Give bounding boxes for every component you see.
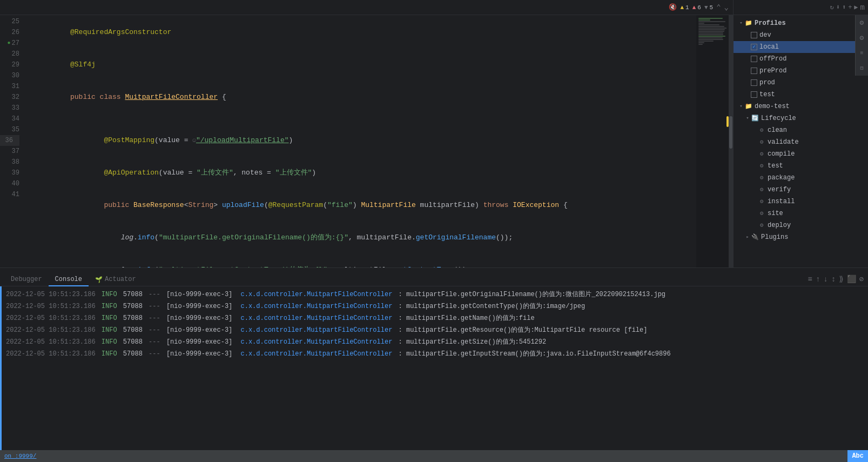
tab-clear-icon[interactable]: ⊘ [859, 274, 864, 284]
compile-arrow [751, 151, 757, 157]
lifecycle-install[interactable]: install [734, 196, 868, 207]
deploy-icon [757, 221, 766, 230]
offprod-checkbox-group: offProd [751, 53, 786, 64]
log-pid-5: 57088 [123, 336, 143, 348]
dev-arrow [744, 32, 751, 38]
download-icon[interactable]: ⬇ [836, 3, 840, 11]
side-tool-3[interactable]: ≡ [855, 45, 868, 61]
tab-console[interactable]: Console [49, 273, 89, 286]
demo-test-arrow [738, 103, 744, 110]
prod-checkbox-group: prod [751, 77, 775, 88]
profile-offprod[interactable]: offProd [734, 53, 868, 65]
offprod-checkbox[interactable] [751, 56, 757, 62]
log-class-2: c.x.d.controller.MuitpartFileController [237, 300, 392, 312]
tab-stop-icon[interactable]: ⬛ [847, 274, 856, 284]
abc-button[interactable]: Abc [847, 450, 868, 462]
tab-action-5[interactable]: ⟫ [839, 274, 843, 284]
bottom-tab-actions: ≡ ↑ ↓ ↕ ⟫ ⬛ ⊘ [808, 274, 864, 286]
log-thread-3: [nio-9999-exec-3] [166, 312, 232, 324]
tab-menu-icon[interactable]: ≡ [808, 275, 812, 284]
console-lines: 2022-12-05 10:51:23.186 INFO 57088 --- [… [2, 286, 868, 450]
log-ts-3: 2022-12-05 10:51:23.186 [6, 312, 96, 324]
deploy-arrow [751, 222, 757, 229]
site-label: site [768, 208, 783, 219]
side-tool-4[interactable]: ⊟ [855, 61, 868, 76]
gear-btn2[interactable]: ⚙ [855, 30, 868, 45]
profiles-label: Profiles [755, 18, 786, 29]
lifecycle-arrow [744, 115, 751, 122]
plugins-item[interactable]: 🔌 Plugins [734, 231, 868, 243]
dev-checkbox-group: dev [751, 30, 771, 41]
log-class-1: c.x.d.controller.MuitpartFileController [237, 289, 392, 300]
prod-arrow [744, 79, 751, 86]
lifecycle-validate[interactable]: validate [734, 136, 868, 148]
lifecycle-clean[interactable]: clean [734, 124, 868, 136]
lifecycle-site[interactable]: site [734, 207, 868, 219]
install-icon [757, 197, 766, 206]
upload-icon[interactable]: ⬆ [842, 3, 846, 11]
log-class-6: c.x.d.controller.MuitpartFileController [237, 348, 392, 360]
test-checkbox[interactable] [751, 91, 757, 98]
settings-btn[interactable]: ⚙ [855, 15, 868, 30]
status-link[interactable]: on :9999/ [4, 453, 36, 459]
package-label: package [768, 172, 795, 183]
lifecycle-package[interactable]: package [734, 172, 868, 184]
demo-test-folder-icon: 📁 [744, 102, 753, 111]
tab-debugger[interactable]: Debugger [4, 273, 49, 286]
tab-scroll-up-icon[interactable]: ↑ [816, 275, 820, 284]
log-class-3: c.x.d.controller.MuitpartFileController [237, 312, 392, 324]
log-level-1: INFO [98, 289, 121, 300]
lifecycle-compile[interactable]: compile [734, 148, 868, 160]
compile-icon [757, 150, 766, 158]
bottom-tabs: Debugger Console 🌱 Actuator ≡ ↑ ↓ ↕ ⟫ ⬛ … [0, 268, 868, 286]
log-pid-6: 57088 [123, 348, 143, 360]
right-panel-toolbar: ↻ ⬇ ⬆ + ▶ m [734, 0, 868, 15]
nav-down-icon[interactable]: ⌄ [724, 3, 729, 12]
test-arrow [744, 91, 751, 98]
lifecycle-item[interactable]: 🔄 Lifecycle [734, 112, 868, 124]
log-level-4: INFO [98, 324, 121, 336]
log-thread-6: [nio-9999-exec-3] [166, 348, 232, 360]
preprod-checkbox[interactable] [751, 68, 757, 74]
profile-local[interactable]: local [734, 41, 868, 53]
lc-test-arrow [751, 163, 757, 169]
demo-test-item[interactable]: 📁 demo-test [734, 101, 868, 112]
profiles-folder-icon: 📁 [744, 19, 753, 28]
local-checkbox-group: local [751, 42, 779, 52]
tab-scroll-to-icon[interactable]: ↕ [831, 275, 836, 284]
prod-checkbox[interactable] [751, 79, 757, 86]
log-class-5: c.x.d.controller.MuitpartFileController [237, 336, 392, 348]
run-icon[interactable]: ▶ [854, 3, 858, 11]
profiles-section[interactable]: 📁 Profiles [734, 17, 868, 29]
log-pid-3: 57088 [123, 312, 143, 324]
console-area: 2022-12-05 10:51:23.186 INFO 57088 --- [… [0, 286, 868, 450]
right-panel-content: 📁 Profiles dev local [734, 15, 868, 267]
info-icon: ▼ [704, 4, 708, 11]
plus-icon[interactable]: + [848, 4, 852, 11]
mute-icon[interactable]: 🔇 [669, 3, 677, 11]
lifecycle-verify[interactable]: verify [734, 184, 868, 196]
profile-test[interactable]: test [734, 89, 868, 101]
profile-prod[interactable]: prod [734, 77, 868, 89]
profile-dev[interactable]: dev [734, 29, 868, 41]
debugger-tab-label: Debugger [11, 276, 42, 283]
local-checkbox[interactable] [751, 44, 757, 50]
code-line-32: log.info("multipartFile.getOriginalFilen… [28, 222, 696, 254]
refresh-icon[interactable]: ↻ [830, 3, 833, 11]
plugins-label: Plugins [761, 232, 788, 243]
test-label: test [759, 89, 775, 100]
tab-scroll-down-icon[interactable]: ↓ [823, 275, 827, 284]
dev-checkbox[interactable] [751, 32, 757, 38]
log-msg-1: : multipartFile.getOriginalFilename()的值为… [394, 289, 665, 300]
maven-icon[interactable]: m [860, 3, 865, 12]
editor-panel: 🔇 ▲ 1 ▲ 6 ▼ 5 ⌃ ⌄ 25 [0, 0, 733, 267]
tab-actuator[interactable]: 🌱 Actuator [89, 273, 143, 286]
plugins-arrow [744, 234, 751, 240]
nav-up-icon[interactable]: ⌃ [716, 3, 721, 12]
lifecycle-deploy[interactable]: deploy [734, 219, 868, 231]
editor-scrollbar[interactable] [729, 15, 733, 267]
lifecycle-test[interactable]: test [734, 160, 868, 172]
profile-preprod[interactable]: preProd [734, 65, 868, 77]
lc-test-icon [757, 162, 766, 170]
console-line-3: 2022-12-05 10:51:23.186 INFO 57088 --- [… [2, 312, 868, 324]
